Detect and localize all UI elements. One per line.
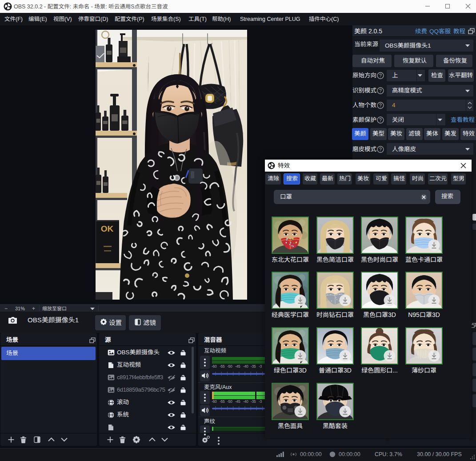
svg-text:?: ?	[379, 73, 382, 78]
svg-text:?: ?	[379, 103, 382, 108]
svg-text:?: ?	[379, 88, 382, 93]
svg-text:?: ?	[379, 147, 382, 152]
svg-text:?: ?	[379, 117, 382, 123]
svg-text:OK: OK	[101, 224, 114, 233]
